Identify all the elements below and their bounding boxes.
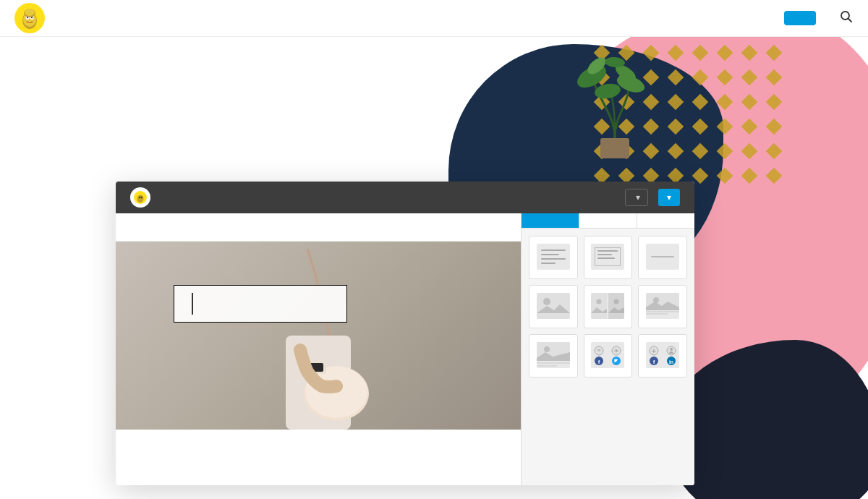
svg-point-32 — [614, 299, 619, 304]
editor-preview-test-btn[interactable]: ▾ — [625, 189, 648, 206]
editor-topbar: ▾ ▾ — [116, 182, 694, 213]
svg-rect-30 — [608, 293, 624, 319]
email-hero-image — [116, 242, 521, 430]
editor-save-exit-btn[interactable]: ▾ — [658, 189, 680, 206]
svg-text:f: f — [598, 359, 600, 365]
nav-links — [67, 12, 784, 24]
block-boxed-text[interactable] — [584, 236, 633, 279]
svg-rect-29 — [591, 293, 607, 319]
nav-blog[interactable] — [166, 12, 192, 24]
svg-rect-27 — [537, 293, 570, 319]
block-social-share[interactable]: f — [584, 334, 633, 378]
text-cursor — [192, 293, 193, 315]
nav-support[interactable] — [133, 12, 159, 24]
navbar — [0, 0, 868, 37]
editor-logo — [130, 187, 150, 208]
svg-point-38 — [544, 346, 550, 352]
editor-help-btn[interactable] — [576, 195, 590, 200]
svg-text:f: f — [653, 359, 655, 365]
nav-pricing[interactable] — [100, 12, 126, 24]
tab-design[interactable] — [579, 213, 637, 228]
svg-line-10 — [848, 19, 852, 22]
block-text[interactable] — [529, 236, 578, 279]
fashion-photo-svg — [228, 249, 409, 430]
chevron-down-icon: ▾ — [667, 192, 671, 202]
plant-icon — [571, 37, 658, 160]
blocks-grid: f — [529, 236, 687, 378]
topbar-left — [130, 187, 161, 208]
email-canvas — [116, 213, 521, 485]
svg-point-49 — [670, 348, 673, 351]
svg-point-21 — [141, 197, 142, 199]
search-icon[interactable] — [839, 9, 854, 27]
svg-rect-40 — [537, 365, 557, 367]
svg-point-14 — [594, 82, 622, 101]
email-inner — [116, 213, 521, 485]
svg-point-20 — [139, 197, 140, 199]
svg-rect-11 — [600, 138, 629, 158]
svg-point-31 — [597, 299, 602, 304]
hero-section: // Render diamonds const dp = document.q… — [0, 37, 868, 499]
svg-rect-35 — [646, 311, 679, 312]
block-social-follow[interactable]: + f in — [638, 334, 687, 378]
svg-rect-36 — [646, 313, 668, 315]
email-header — [116, 213, 521, 242]
topbar-right: ▾ ▾ — [576, 189, 680, 206]
sidebar-tabs — [522, 213, 694, 229]
svg-point-28 — [543, 298, 550, 305]
nav-features[interactable] — [67, 12, 93, 24]
editor-save-template-btn[interactable] — [600, 195, 615, 200]
svg-rect-39 — [537, 362, 570, 364]
signup-button[interactable] — [784, 11, 816, 25]
tab-content[interactable] — [522, 213, 579, 228]
svg-text:in: in — [669, 359, 673, 364]
block-image-group[interactable] — [584, 285, 633, 328]
svg-text:+: + — [652, 347, 656, 355]
email-preview-window: ▾ ▾ — [116, 182, 694, 485]
editor-content: f — [116, 213, 694, 485]
hero-text-area — [43, 80, 405, 98]
new-text-input-overlay[interactable] — [174, 285, 347, 323]
logo[interactable] — [14, 3, 45, 33]
block-image-card[interactable] — [638, 285, 687, 328]
nav-right — [784, 9, 854, 27]
block-image-caption[interactable] — [529, 334, 578, 378]
chevron-down-icon: ▾ — [636, 192, 640, 202]
block-divider[interactable] — [638, 236, 687, 279]
tab-comments[interactable] — [637, 213, 694, 228]
editor-sidebar: f — [521, 213, 694, 485]
svg-point-19 — [137, 195, 144, 202]
svg-point-8 — [25, 9, 35, 16]
blocks-panel: f — [522, 229, 694, 385]
block-image[interactable] — [529, 285, 578, 328]
